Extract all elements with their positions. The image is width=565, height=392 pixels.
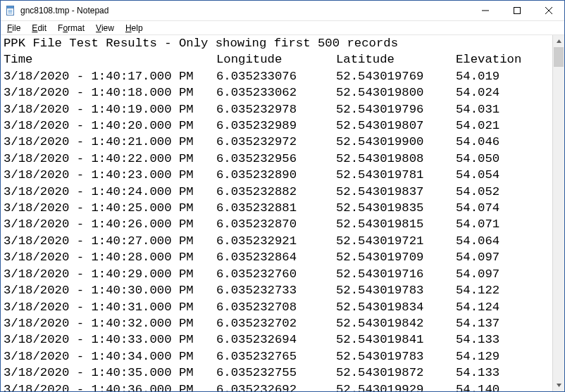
- menu-edit[interactable]: Edit: [27, 23, 51, 34]
- cell-time: 3/18/2020 - 1:40:23.000 PM: [4, 167, 216, 183]
- cell-elev: 54.129: [456, 348, 552, 365]
- cell-lon: 6.035232890: [216, 167, 336, 183]
- cell-time: 3/18/2020 - 1:40:17.000 PM: [4, 68, 216, 84]
- cell-lat: 52.543019929: [336, 381, 456, 391]
- menu-view[interactable]: View: [91, 23, 119, 34]
- svg-rect-5: [482, 11, 489, 11]
- cell-lon: 6.035232765: [216, 348, 336, 365]
- cell-lat: 52.543019721: [336, 233, 456, 249]
- cell-time: 3/18/2020 - 1:40:28.000 PM: [4, 249, 216, 265]
- cell-elev: 54.137: [456, 315, 552, 331]
- data-row: 3/18/2020 - 1:40:29.000 PM6.03523276052.…: [4, 266, 552, 282]
- menu-help[interactable]: Help: [120, 23, 148, 34]
- cell-elev: 54.071: [456, 216, 552, 232]
- title-bar-left: gnc8108.tmp - Notepad: [1, 5, 108, 16]
- cell-time: 3/18/2020 - 1:40:20.000 PM: [4, 118, 216, 134]
- cell-elev: 54.046: [456, 134, 552, 150]
- cell-lon: 6.035232989: [216, 118, 336, 134]
- data-row: 3/18/2020 - 1:40:22.000 PM6.03523295652.…: [4, 151, 552, 167]
- cell-time: 3/18/2020 - 1:40:30.000 PM: [4, 282, 216, 298]
- data-row: 3/18/2020 - 1:40:30.000 PM6.03523273352.…: [4, 282, 552, 298]
- cell-lat: 52.543019783: [336, 348, 456, 365]
- maximize-button[interactable]: [501, 1, 533, 20]
- scrollbar-up-button[interactable]: [553, 35, 564, 47]
- data-row: 3/18/2020 - 1:40:18.000 PM6.03523306252.…: [4, 84, 552, 101]
- cell-time: 3/18/2020 - 1:40:34.000 PM: [4, 348, 216, 365]
- data-row: 3/18/2020 - 1:40:31.000 PM6.03523270852.…: [4, 299, 552, 315]
- vertical-scrollbar[interactable]: [552, 35, 564, 391]
- menu-format[interactable]: Format: [53, 23, 89, 34]
- cell-lat: 52.543019834: [336, 299, 456, 315]
- scrollbar-track[interactable]: [553, 47, 564, 379]
- cell-elev: 54.122: [456, 282, 552, 298]
- notepad-window: gnc8108.tmp - Notepad File Edit Format V…: [0, 0, 565, 392]
- cell-lat: 52.543019807: [336, 118, 456, 134]
- data-row: 3/18/2020 - 1:40:17.000 PM6.03523307652.…: [4, 68, 552, 84]
- text-area[interactable]: PPK File Test Results - Only showing fir…: [1, 35, 552, 391]
- data-row: 3/18/2020 - 1:40:21.000 PM6.03523297252.…: [4, 134, 552, 150]
- cell-elev: 54.133: [456, 331, 552, 348]
- data-row: 3/18/2020 - 1:40:33.000 PM6.03523269452.…: [4, 331, 552, 348]
- cell-lat: 52.543019815: [336, 216, 456, 232]
- cell-lat: 52.543019716: [336, 266, 456, 282]
- cell-time: 3/18/2020 - 1:40:31.000 PM: [4, 299, 216, 315]
- cell-elev: 54.021: [456, 118, 552, 134]
- cell-elev: 54.024: [456, 84, 552, 101]
- data-row: 3/18/2020 - 1:40:32.000 PM6.03523270252.…: [4, 315, 552, 331]
- cell-time: 3/18/2020 - 1:40:21.000 PM: [4, 134, 216, 150]
- svg-rect-1: [7, 6, 14, 8]
- cell-elev: 54.097: [456, 249, 552, 265]
- cell-lat: 52.543019709: [336, 249, 456, 265]
- column-header: Elevation: [456, 51, 552, 68]
- minimize-button[interactable]: [469, 1, 501, 20]
- cell-elev: 54.140: [456, 381, 552, 391]
- data-row: 3/18/2020 - 1:40:20.000 PM6.03523298952.…: [4, 118, 552, 134]
- cell-lat: 52.543019769: [336, 68, 456, 84]
- client-area: PPK File Test Results - Only showing fir…: [1, 35, 564, 391]
- cell-lat: 52.543019781: [336, 167, 456, 183]
- cell-elev: 54.133: [456, 365, 552, 381]
- data-row: 3/18/2020 - 1:40:35.000 PM6.03523275552.…: [4, 365, 552, 381]
- close-button[interactable]: [533, 1, 564, 20]
- window-title: gnc8108.tmp - Notepad: [20, 6, 108, 15]
- cell-lon: 6.035232702: [216, 315, 336, 331]
- cell-time: 3/18/2020 - 1:40:19.000 PM: [4, 101, 216, 118]
- content-heading: PPK File Test Results - Only showing fir…: [4, 35, 552, 51]
- cell-lat: 52.543019808: [336, 151, 456, 167]
- cell-lon: 6.035232760: [216, 266, 336, 282]
- cell-lon: 6.035232864: [216, 249, 336, 265]
- scrollbar-thumb[interactable]: [554, 47, 564, 67]
- cell-lon: 6.035232733: [216, 282, 336, 298]
- cell-elev: 54.050: [456, 151, 552, 167]
- cell-time: 3/18/2020 - 1:40:29.000 PM: [4, 266, 216, 282]
- data-row: 3/18/2020 - 1:40:34.000 PM6.03523276552.…: [4, 348, 552, 365]
- cell-lat: 52.543019841: [336, 331, 456, 348]
- data-row: 3/18/2020 - 1:40:24.000 PM6.03523288252.…: [4, 184, 552, 200]
- cell-time: 3/18/2020 - 1:40:32.000 PM: [4, 315, 216, 331]
- cell-lat: 52.543019900: [336, 134, 456, 150]
- cell-elev: 54.097: [456, 266, 552, 282]
- menu-bar: File Edit Format View Help: [1, 21, 564, 35]
- window-controls: [469, 1, 564, 20]
- cell-lon: 6.035232694: [216, 331, 336, 348]
- cell-lat: 52.543019796: [336, 101, 456, 118]
- data-row: 3/18/2020 - 1:40:25.000 PM6.03523288152.…: [4, 200, 552, 216]
- cell-lat: 52.543019783: [336, 282, 456, 298]
- cell-elev: 54.054: [456, 167, 552, 183]
- cell-lat: 52.543019835: [336, 200, 456, 216]
- cell-elev: 54.019: [456, 68, 552, 84]
- cell-lon: 6.035232708: [216, 299, 336, 315]
- cell-lon: 6.035232921: [216, 233, 336, 249]
- cell-lon: 6.035232692: [216, 381, 336, 391]
- cell-elev: 54.031: [456, 101, 552, 118]
- cell-elev: 54.074: [456, 200, 552, 216]
- cell-lon: 6.035232881: [216, 200, 336, 216]
- svg-marker-9: [557, 39, 561, 43]
- scrollbar-down-button[interactable]: [553, 379, 564, 391]
- menu-file[interactable]: File: [2, 23, 25, 34]
- data-row: 3/18/2020 - 1:40:26.000 PM6.03523287052.…: [4, 216, 552, 232]
- cell-lon: 6.035233076: [216, 68, 336, 84]
- cell-time: 3/18/2020 - 1:40:27.000 PM: [4, 233, 216, 249]
- data-row: 3/18/2020 - 1:40:27.000 PM6.03523292152.…: [4, 233, 552, 249]
- column-header: Latitude: [336, 51, 456, 68]
